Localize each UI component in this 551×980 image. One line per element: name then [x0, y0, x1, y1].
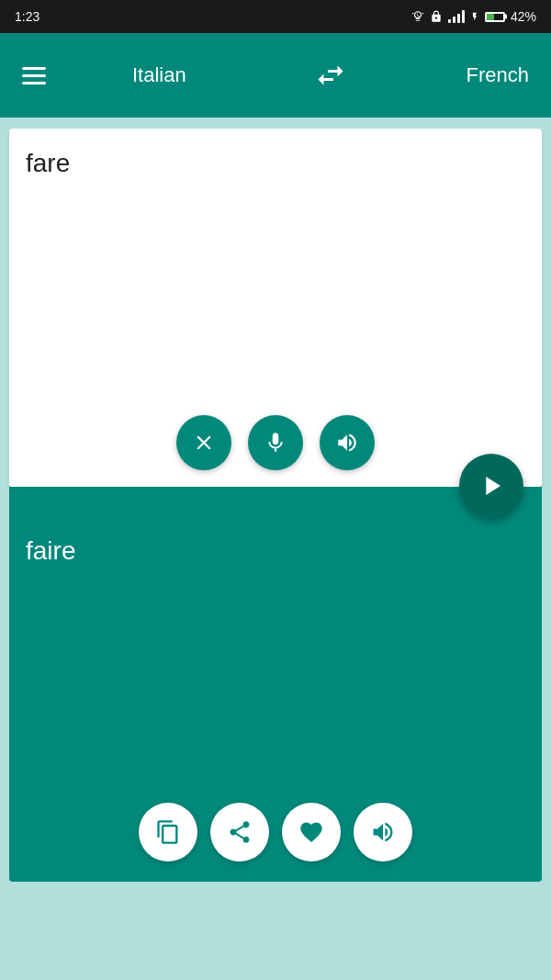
mic-icon — [264, 431, 287, 455]
copy-button[interactable] — [139, 803, 197, 862]
signal-icon — [448, 10, 465, 23]
source-language[interactable]: Italian — [132, 63, 224, 87]
volume-icon — [335, 431, 359, 455]
input-section: fare — [9, 129, 542, 487]
battery-percent: 42% — [511, 9, 536, 24]
translate-button[interactable] — [459, 454, 523, 518]
clear-button[interactable] — [176, 415, 231, 470]
input-text[interactable]: fare — [26, 147, 525, 180]
status-icons: 42% — [411, 9, 536, 24]
send-icon — [476, 470, 507, 501]
charging-icon — [470, 10, 479, 23]
swap-icon — [314, 59, 347, 92]
target-language[interactable]: French — [437, 63, 529, 87]
swap-languages-button[interactable] — [310, 55, 351, 96]
toolbar: Italian French — [0, 33, 551, 118]
alarm-icon — [411, 10, 424, 23]
favorite-button[interactable] — [282, 803, 341, 862]
menu-button[interactable] — [22, 67, 46, 84]
close-icon — [192, 431, 216, 455]
speak-output-button[interactable] — [354, 803, 412, 862]
lock-icon — [430, 10, 443, 23]
copy-icon — [155, 819, 181, 845]
output-section: faire — [9, 487, 542, 882]
speak-input-button[interactable] — [320, 415, 375, 470]
status-bar: 1:23 42% — [0, 0, 551, 33]
share-icon — [227, 819, 253, 845]
output-actions — [139, 803, 412, 862]
status-time: 1:23 — [15, 9, 39, 24]
microphone-button[interactable] — [248, 415, 303, 470]
share-button[interactable] — [210, 803, 269, 862]
heart-icon — [298, 819, 324, 845]
output-text: faire — [26, 535, 525, 568]
input-actions — [176, 415, 375, 470]
volume-output-icon — [370, 819, 396, 845]
battery-icon — [485, 12, 505, 22]
